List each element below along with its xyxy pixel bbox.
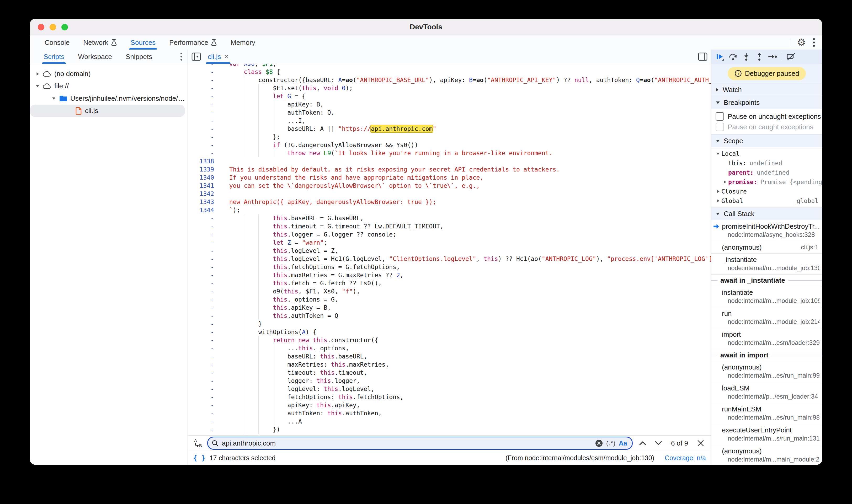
navigator-tab-workspace[interactable]: Workspace <box>71 50 119 64</box>
line-number[interactable]: - <box>188 214 220 222</box>
line-number[interactable]: 1342 <box>188 190 220 198</box>
stack-frame-anonymous[interactable]: (anonymous)cli.js:1 <box>711 241 822 254</box>
line-number[interactable]: - <box>188 231 220 239</box>
match-case-toggle[interactable]: Aa <box>619 439 627 447</box>
line-number[interactable]: - <box>188 385 220 393</box>
section-breakpoints[interactable]: Breakpoints <box>711 96 822 109</box>
chevron-collapsed-icon[interactable] <box>34 72 41 76</box>
checkbox-unchecked[interactable] <box>715 123 724 131</box>
line-number[interactable]: 1341 <box>188 182 220 190</box>
checkbox-unchecked[interactable] <box>715 112 724 121</box>
line-number[interactable]: - <box>188 336 220 344</box>
stack-frame-anonymous[interactable]: (anonymous)node:internal/m...es/run_main… <box>711 361 822 382</box>
tree-item-no-domain[interactable]: (no domain) <box>30 68 188 80</box>
line-number[interactable]: - <box>188 109 220 117</box>
step-into-button[interactable] <box>740 51 752 63</box>
line-number[interactable]: - <box>188 149 220 157</box>
chevron-expanded-icon[interactable] <box>50 97 58 100</box>
tab-console[interactable]: Console <box>38 35 76 50</box>
line-number[interactable]: - <box>188 68 220 76</box>
line-number[interactable]: - <box>188 263 220 271</box>
section-scope[interactable]: Scope <box>711 134 822 147</box>
tab-memory[interactable]: Memory <box>224 35 262 50</box>
section-call-stack[interactable]: Call Stack <box>711 207 822 220</box>
line-number[interactable]: - <box>188 133 220 141</box>
tab-network[interactable]: Network <box>76 35 124 50</box>
chevron-expanded-icon[interactable] <box>34 85 41 88</box>
line-number[interactable]: - <box>188 304 220 312</box>
tab-performance[interactable]: Performance <box>162 35 224 50</box>
regex-toggle[interactable]: (.*) <box>606 439 616 447</box>
line-number[interactable]: - <box>188 84 220 92</box>
stack-frame-instantiate[interactable]: instantiatenode:internal/m...module_job:… <box>711 286 822 307</box>
navigator-kebab-menu-icon[interactable] <box>180 50 188 64</box>
line-number[interactable]: 1344 <box>188 206 220 214</box>
line-number[interactable]: - <box>188 222 220 231</box>
coverage-link[interactable]: Coverage: n/a <box>665 454 706 462</box>
stack-frame-executeuserentrypoint[interactable]: executeUserEntryPointnode:internal/m...s… <box>711 424 822 445</box>
navigator-tab-snippets[interactable]: Snippets <box>119 50 159 64</box>
line-number[interactable]: 1338 <box>188 157 220 165</box>
line-number[interactable]: - <box>188 76 220 84</box>
line-number[interactable]: - <box>188 426 220 434</box>
line-number[interactable]: - <box>188 361 220 369</box>
line-number[interactable]: - <box>188 328 220 336</box>
line-number[interactable]: - <box>188 271 220 279</box>
line-number[interactable]: 1343 <box>188 198 220 206</box>
chevron-collapsed-icon[interactable] <box>721 180 728 184</box>
scope-group-local[interactable]: Local <box>711 149 822 158</box>
line-number[interactable]: - <box>188 239 220 247</box>
chevron-up-icon[interactable] <box>637 437 649 449</box>
line-number[interactable]: - <box>188 247 220 255</box>
line-number[interactable]: - <box>188 312 220 320</box>
step-over-button[interactable] <box>727 51 739 63</box>
tree-item-users-jinhuilee-nvm-versions-node-v2[interactable]: Users/jinhuilee/.nvm/versions/node/v2... <box>30 92 188 105</box>
from-location-link[interactable]: node:internal/modules/esm/module_job:130 <box>525 454 652 462</box>
stack-frame-runmainesm[interactable]: runMainESMnode:internal/m...es/run_main:… <box>711 403 822 424</box>
editor-tab-clijs[interactable]: cli.js × <box>203 50 233 64</box>
settings-gear-icon[interactable]: ⚙ <box>797 37 806 48</box>
step-out-button[interactable] <box>753 51 765 63</box>
line-number[interactable]: - <box>188 353 220 361</box>
clear-circle-icon[interactable] <box>595 439 603 447</box>
navigator-tab-scripts[interactable]: Scripts <box>37 50 71 64</box>
stack-frame-run[interactable]: runnode:internal/m...module_job:214 <box>711 307 822 328</box>
close-icon[interactable] <box>695 437 706 449</box>
tree-item-file[interactable]: file:// <box>30 80 188 92</box>
line-number[interactable]: - <box>188 64 220 68</box>
line-number[interactable]: - <box>188 417 220 426</box>
line-number[interactable]: - <box>188 141 220 149</box>
chevron-expanded-icon[interactable] <box>714 152 721 156</box>
replace-a-to-b-icon[interactable]: A B <box>193 438 203 448</box>
stack-frame-promiseinithookwithdestroytr[interactable]: promiseInitHookWithDestroyTr...node:inte… <box>711 220 822 241</box>
line-number[interactable]: - <box>188 320 220 328</box>
section-watch[interactable]: Watch <box>711 83 822 96</box>
line-number[interactable]: - <box>188 377 220 385</box>
stack-frame-loadesm[interactable]: loadESMnode:internal/p.../esm_loader:34 <box>711 382 822 403</box>
line-number[interactable]: - <box>188 287 220 295</box>
scope-group-closure[interactable]: Closure <box>711 187 822 196</box>
tab-sources[interactable]: Sources <box>124 35 162 50</box>
line-number[interactable]: - <box>188 295 220 304</box>
line-number[interactable]: - <box>188 434 220 435</box>
line-number[interactable]: 1339 <box>188 165 220 174</box>
kebab-menu-icon[interactable] <box>813 38 815 47</box>
line-number[interactable]: - <box>188 409 220 417</box>
tree-item-cli-js[interactable]: cli.js <box>30 105 185 117</box>
line-number[interactable]: 1340 <box>188 174 220 182</box>
line-number[interactable]: - <box>188 92 220 101</box>
source-code-view[interactable]: -var Xs0, $F1;- class $8 {- constructor(… <box>188 64 711 435</box>
editor-tab-close-icon[interactable]: × <box>224 52 229 61</box>
step-button[interactable] <box>766 51 779 63</box>
pane-right-toggle-icon[interactable] <box>698 52 708 61</box>
search-input[interactable]: api.anthropic.com (.*) Aa <box>207 437 633 450</box>
stack-frame-instantiate[interactable]: _instantiatenode:internal/m...module_job… <box>711 254 822 274</box>
line-number[interactable]: - <box>188 369 220 377</box>
line-number[interactable]: - <box>188 344 220 353</box>
stack-frame-anonymous[interactable]: (anonymous)node:internal/m...main_module… <box>711 445 822 465</box>
resume-button[interactable] <box>714 51 726 63</box>
line-number[interactable]: - <box>188 117 220 125</box>
line-number[interactable]: - <box>188 101 220 109</box>
pane-left-toggle-icon[interactable] <box>192 52 201 61</box>
chevron-collapsed-icon[interactable] <box>714 199 721 203</box>
